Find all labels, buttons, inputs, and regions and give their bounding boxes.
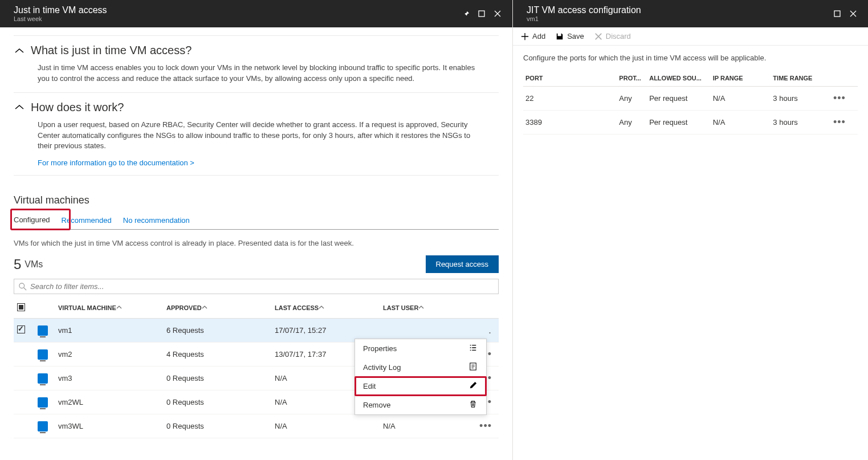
- cell-approved: 4 Requests: [163, 343, 271, 367]
- vm-count: 5: [14, 257, 21, 272]
- config-description: Configure the ports for which the just i…: [523, 54, 858, 62]
- col-allowed[interactable]: ALLOWED SOU...: [647, 70, 711, 87]
- save-button[interactable]: Save: [556, 32, 584, 40]
- info-body: Just in time VM access enables you to lo…: [38, 63, 482, 84]
- sort-icon[interactable]: [202, 304, 207, 311]
- right-toolbar: Add Save Discard: [513, 27, 868, 46]
- right-title: JIT VM access configuration: [527, 5, 829, 15]
- chevron-up-icon[interactable]: [14, 47, 25, 54]
- chevron-up-icon[interactable]: [14, 104, 25, 111]
- cell-vm-name: vm2WL: [55, 390, 163, 414]
- col-last-access: LAST ACCESS: [271, 298, 380, 319]
- discard-icon: [594, 32, 602, 40]
- right-subtitle: vm1: [527, 15, 829, 23]
- col-iprange[interactable]: IP RANGE: [711, 70, 771, 87]
- cell-protocol: Any: [617, 87, 647, 111]
- table-row[interactable]: 22AnyPer requestN/A3 hours•••: [523, 87, 858, 111]
- cell-allowed: Per request: [647, 87, 711, 111]
- col-last-user: LAST USER: [380, 298, 476, 319]
- vm-count-label: VMs: [25, 259, 43, 270]
- col-approved: APPROVED: [163, 298, 271, 319]
- row-more-button[interactable]: •••: [476, 414, 499, 438]
- tabs-row: Configured Recommended No recommendation: [14, 212, 499, 230]
- cell-protocol: Any: [617, 111, 647, 135]
- close-icon[interactable]: [490, 6, 506, 22]
- edit-icon: [469, 381, 478, 391]
- row-checkbox[interactable]: [17, 325, 25, 333]
- cell-port: 22: [523, 87, 617, 111]
- sort-icon[interactable]: [116, 304, 122, 311]
- info-heading: What is just in time VM access?: [31, 44, 191, 57]
- vm-icon: [38, 325, 48, 336]
- cell-port: 3389: [523, 111, 617, 135]
- col-timerange[interactable]: TIME RANGE: [771, 70, 831, 87]
- cell-approved: 0 Requests: [163, 367, 271, 390]
- cell-vm-name: vm1: [55, 319, 163, 343]
- sort-icon[interactable]: [418, 304, 424, 311]
- plus-icon: [521, 32, 529, 40]
- cell-timerange: 3 hours: [771, 111, 831, 135]
- sort-icon[interactable]: [319, 304, 324, 311]
- search-input[interactable]: [30, 282, 494, 291]
- pin-icon[interactable]: [458, 6, 474, 22]
- cell-approved: 0 Requests: [163, 390, 271, 414]
- add-button[interactable]: Add: [521, 32, 545, 40]
- search-box[interactable]: [14, 279, 499, 294]
- maximize-icon[interactable]: [829, 6, 845, 22]
- port-table: PORT PROT... ALLOWED SOU... IP RANGE TIM…: [523, 70, 858, 135]
- vm-icon: [38, 373, 48, 384]
- info-section-how: How does it work? Upon a user request, b…: [14, 92, 499, 176]
- vm-icon: [38, 421, 48, 431]
- tab-description: VMs for which the just in time VM access…: [14, 239, 499, 247]
- svg-rect-2: [834, 11, 840, 17]
- left-subtitle: Last week: [14, 15, 458, 23]
- row-context-menu: Properties Activity Log Edit Remove: [354, 339, 487, 415]
- cell-approved: 0 Requests: [163, 414, 271, 438]
- col-protocol[interactable]: PROT...: [617, 70, 647, 87]
- documentation-link[interactable]: For more information go to the documenta…: [38, 158, 194, 167]
- discard-button[interactable]: Discard: [594, 32, 631, 40]
- col-vm: VIRTUAL MACHINE: [55, 298, 163, 319]
- left-title: Just in time VM access: [14, 5, 458, 15]
- menu-properties[interactable]: Properties: [355, 339, 486, 358]
- left-blade-header: Just in time VM access Last week: [0, 0, 512, 27]
- save-icon: [556, 32, 564, 40]
- tab-no-recommendation[interactable]: No recommendation: [123, 213, 190, 229]
- svg-rect-0: [479, 11, 484, 17]
- cell-vm-name: vm3: [55, 367, 163, 390]
- table-row[interactable]: vm3WL0 RequestsN/AN/A•••: [14, 414, 499, 438]
- maximize-icon[interactable]: [474, 6, 490, 22]
- vm-icon: [38, 349, 48, 360]
- right-blade-header: JIT VM access configuration vm1: [513, 0, 868, 27]
- col-port[interactable]: PORT: [523, 70, 617, 87]
- search-icon: [19, 283, 27, 291]
- cell-timerange: 3 hours: [771, 87, 831, 111]
- cell-approved: 6 Requests: [163, 319, 271, 343]
- row-more-button[interactable]: •••: [831, 111, 858, 135]
- cell-allowed: Per request: [647, 111, 711, 135]
- info-section-what: What is just in time VM access? Just in …: [14, 35, 499, 93]
- svg-point-1: [19, 283, 25, 288]
- menu-activity-log[interactable]: Activity Log: [355, 358, 486, 377]
- tab-configured[interactable]: Configured: [14, 212, 50, 230]
- select-all-checkbox[interactable]: [17, 303, 25, 311]
- menu-edit[interactable]: Edit: [355, 377, 486, 396]
- cell-iprange: N/A: [711, 87, 771, 111]
- cell-last-user: N/A: [380, 414, 476, 438]
- table-row[interactable]: 3389AnyPer requestN/A3 hours•••: [523, 111, 858, 135]
- list-icon: [469, 344, 478, 353]
- cell-last-access: N/A: [271, 414, 380, 438]
- close-icon[interactable]: [845, 6, 861, 22]
- menu-remove[interactable]: Remove: [355, 396, 486, 414]
- tab-recommended[interactable]: Recommended: [62, 213, 112, 229]
- trash-icon: [469, 400, 478, 410]
- cell-iprange: N/A: [711, 111, 771, 135]
- cell-vm-name: vm3WL: [55, 414, 163, 438]
- request-access-button[interactable]: Request access: [426, 255, 499, 273]
- info-heading: How does it work?: [31, 101, 124, 114]
- vm-section-title: Virtual machines: [14, 194, 499, 206]
- vm-icon: [38, 397, 48, 408]
- info-body: Upon a user request, based on Azure RBAC…: [38, 120, 482, 152]
- cell-vm-name: vm2: [55, 343, 163, 367]
- row-more-button[interactable]: •••: [831, 87, 858, 111]
